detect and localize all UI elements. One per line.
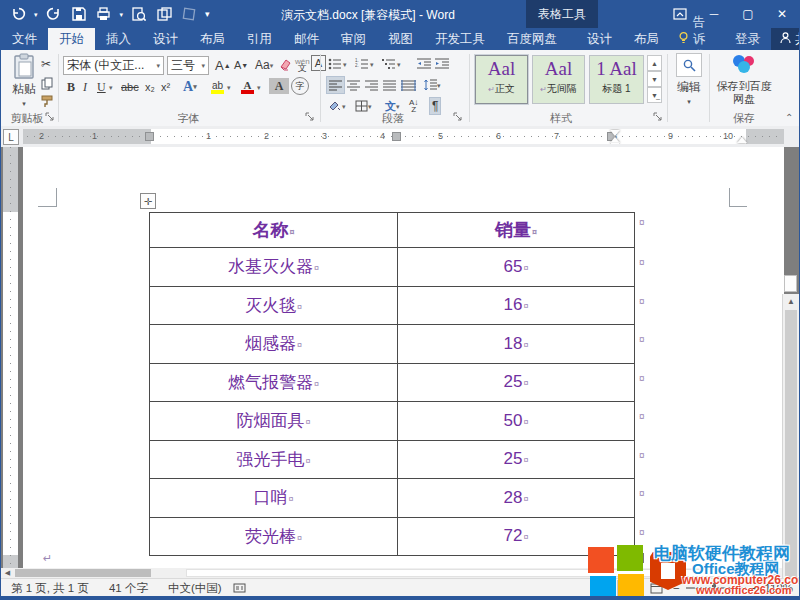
table-cell[interactable]: 65¤ bbox=[398, 248, 635, 287]
character-border-button[interactable]: A bbox=[311, 55, 326, 71]
table-cell[interactable]: 强光手电¤ bbox=[150, 440, 398, 479]
enclose-characters-button[interactable]: 字 bbox=[291, 77, 309, 95]
grow-font-button[interactable]: A▲ bbox=[213, 56, 233, 74]
table-column-marker[interactable] bbox=[392, 132, 401, 141]
table-column-marker[interactable] bbox=[145, 132, 154, 141]
tab-review[interactable]: 审阅 bbox=[330, 28, 377, 50]
zoom-in-icon[interactable]: + bbox=[752, 582, 759, 594]
vertical-ruler[interactable] bbox=[3, 147, 18, 568]
zoom-slider[interactable] bbox=[686, 587, 746, 589]
font-color-dropdown-icon[interactable]: ▾ bbox=[255, 78, 263, 96]
text-effects-button[interactable]: A▾ bbox=[181, 78, 199, 96]
style-heading1[interactable]: 1 Aal 标题 1 bbox=[589, 55, 644, 104]
scroll-left-icon[interactable]: ◀ bbox=[1, 568, 14, 578]
undo-dropdown-icon[interactable]: ▾ bbox=[34, 11, 38, 18]
table-cell[interactable]: 18¤ bbox=[398, 325, 635, 364]
copy-icon[interactable] bbox=[39, 74, 55, 92]
table-cell[interactable]: 烟感器¤ bbox=[150, 325, 398, 364]
print-preview-icon[interactable] bbox=[130, 5, 148, 23]
font-color-button[interactable]: A bbox=[239, 78, 256, 96]
superscript-button[interactable]: x² bbox=[159, 78, 172, 96]
table-header-cell[interactable]: 名称¤ bbox=[150, 213, 398, 248]
table-cell[interactable]: 16¤ bbox=[398, 286, 635, 325]
strikethrough-button[interactable]: abc bbox=[119, 78, 141, 96]
numbered-dropdown-icon[interactable]: ▾ bbox=[368, 55, 376, 73]
tab-stop-selector[interactable]: L bbox=[3, 129, 19, 145]
left-indent-marker[interactable] bbox=[611, 143, 619, 144]
close-icon[interactable]: ✕ bbox=[765, 0, 799, 28]
tab-mailings[interactable]: 邮件 bbox=[283, 28, 330, 50]
horizontal-ruler[interactable]: 2 1 1 2 3 4 5 6 7 8 9 10 bbox=[23, 129, 784, 144]
tab-insert[interactable]: 插入 bbox=[95, 28, 142, 50]
styles-dialog-launcher-icon[interactable] bbox=[653, 112, 663, 122]
highlight-dropdown-icon[interactable]: ▾ bbox=[225, 78, 233, 96]
tab-file[interactable]: 文件 bbox=[1, 28, 48, 50]
vertical-scrollbar[interactable]: ▲ ▼ bbox=[782, 294, 799, 600]
highlight-color-button[interactable]: ab bbox=[209, 78, 226, 96]
align-right-icon[interactable] bbox=[363, 76, 380, 94]
align-left-icon[interactable] bbox=[326, 76, 345, 94]
undo-icon[interactable] bbox=[9, 5, 27, 23]
right-indent-marker[interactable] bbox=[737, 137, 747, 143]
style-normal[interactable]: Aal ↵正文 bbox=[475, 55, 528, 104]
redo-icon[interactable] bbox=[45, 5, 63, 23]
vertical-scroll-thumb[interactable] bbox=[785, 310, 797, 600]
table-cell[interactable]: 荧光棒¤ bbox=[150, 517, 398, 556]
tab-baidu-pan[interactable]: 百度网盘 bbox=[496, 28, 568, 50]
new-window-icon[interactable] bbox=[155, 5, 173, 23]
paragraph-dialog-launcher-icon[interactable] bbox=[453, 112, 463, 122]
word-count[interactable]: 41 个字 bbox=[99, 581, 158, 596]
ribbon-display-options-icon[interactable] bbox=[663, 0, 697, 28]
table-cell[interactable]: 防烟面具¤ bbox=[150, 402, 398, 441]
scroll-up-icon[interactable]: ▲ bbox=[783, 294, 799, 308]
tab-table-design[interactable]: 设计 bbox=[576, 28, 623, 50]
change-case-button[interactable]: Aa▾ bbox=[253, 56, 275, 74]
zoom-level[interactable]: 110% bbox=[764, 582, 793, 594]
multilevel-dropdown-icon[interactable]: ▾ bbox=[395, 55, 403, 73]
phonetic-guide-button[interactable]: wén文 bbox=[293, 56, 312, 74]
table-cell[interactable]: 72¤ bbox=[398, 517, 635, 556]
styles-scroll-up-icon[interactable]: ▲ bbox=[647, 55, 662, 71]
table-cell[interactable]: 25¤ bbox=[398, 440, 635, 479]
line-spacing-icon[interactable]: ▾ bbox=[421, 76, 443, 94]
style-no-spacing[interactable]: Aal ↵无间隔 bbox=[532, 55, 585, 104]
font-size-combo[interactable]: 三号▾ bbox=[167, 56, 209, 75]
page-indicator[interactable]: 第 1 页, 共 1 页 bbox=[1, 581, 99, 596]
table-cell[interactable]: 口哨¤ bbox=[150, 479, 398, 518]
tab-design[interactable]: 设计 bbox=[142, 28, 189, 50]
font-dialog-launcher-icon[interactable] bbox=[305, 112, 315, 122]
customize-qat-icon[interactable]: ▾ bbox=[205, 11, 210, 18]
quick-print-dropdown-icon[interactable]: ▾ bbox=[120, 11, 124, 18]
language-indicator[interactable]: 中文(中国) bbox=[158, 581, 232, 596]
subscript-button[interactable]: x₂ bbox=[143, 78, 157, 96]
maximize-icon[interactable]: ▢ bbox=[731, 0, 765, 28]
font-name-combo[interactable]: 宋体 (中文正...▾ bbox=[63, 56, 164, 75]
table-move-handle[interactable]: ✛ bbox=[140, 193, 156, 209]
zoom-slider-thumb[interactable] bbox=[712, 583, 716, 593]
web-layout-icon[interactable] bbox=[645, 580, 667, 596]
table-cell[interactable]: 25¤ bbox=[398, 363, 635, 402]
zoom-out-icon[interactable]: − bbox=[673, 582, 680, 594]
read-mode-icon[interactable] bbox=[589, 580, 611, 596]
bullet-dropdown-icon[interactable]: ▾ bbox=[341, 55, 349, 73]
first-line-indent-marker[interactable] bbox=[610, 130, 620, 136]
align-center-icon[interactable] bbox=[345, 76, 362, 94]
italic-button[interactable]: I bbox=[81, 78, 89, 96]
underline-dropdown-icon[interactable]: ▾ bbox=[107, 78, 115, 96]
clipboard-dialog-launcher-icon[interactable] bbox=[45, 112, 55, 122]
tab-developer[interactable]: 开发工具 bbox=[424, 28, 496, 50]
print-layout-icon[interactable] bbox=[617, 580, 639, 596]
cut-icon[interactable]: ✂ bbox=[39, 55, 53, 73]
touch-mode-icon[interactable] bbox=[180, 5, 198, 23]
decrease-indent-icon[interactable] bbox=[415, 55, 433, 73]
tab-layout[interactable]: 布局 bbox=[189, 28, 236, 50]
format-painter-icon[interactable] bbox=[39, 92, 56, 110]
character-shading-button[interactable]: A bbox=[269, 78, 289, 94]
ruler-toggle-button[interactable] bbox=[784, 275, 797, 292]
tab-home[interactable]: 开始 bbox=[48, 28, 95, 50]
document-page[interactable]: ✛ 名称¤ 销量¤ 水基灭火器¤ 65¤ 灭火毯¤ 16¤ 烟感器¤ 18¤ bbox=[23, 147, 784, 568]
bold-button[interactable]: B bbox=[65, 78, 77, 96]
save-icon[interactable] bbox=[70, 5, 88, 23]
styles-more-icon[interactable]: ▼̲ bbox=[647, 87, 662, 103]
tab-view[interactable]: 视图 bbox=[377, 28, 424, 50]
